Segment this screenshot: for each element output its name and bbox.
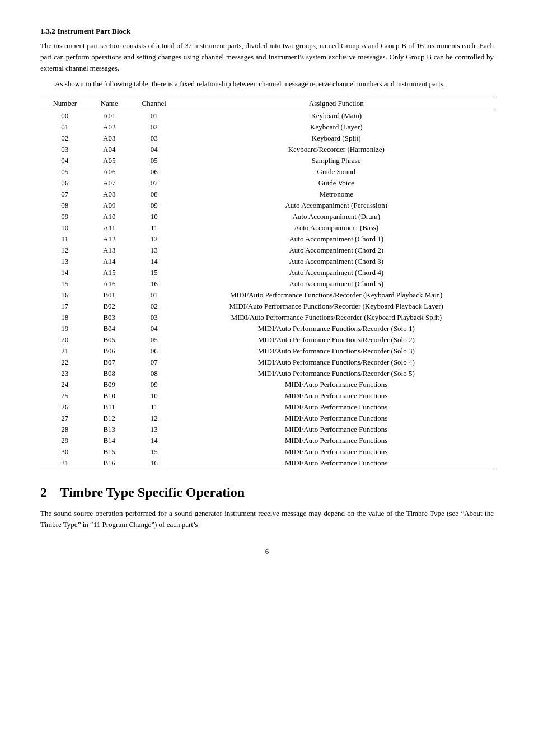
- table-row: 02A0303Keyboard (Split): [40, 133, 494, 144]
- cell-assigned: Keyboard/Recorder (Harmonize): [179, 144, 494, 155]
- col-number: Number: [40, 97, 90, 110]
- cell-number: 07: [40, 189, 90, 200]
- cell-number: 02: [40, 133, 90, 144]
- table-row: 11A1212Auto Accompaniment (Chord 1): [40, 234, 494, 245]
- section-2-number: 2: [40, 485, 47, 500]
- cell-number: 17: [40, 301, 90, 312]
- cell-assigned: Auto Accompaniment (Chord 2): [179, 245, 494, 256]
- section-132: 1.3.2 Instrument Part Block The instrume…: [40, 27, 494, 469]
- cell-name: B11: [90, 402, 129, 413]
- cell-name: A02: [90, 122, 129, 133]
- cell-channel: 02: [129, 301, 179, 312]
- cell-number: 08: [40, 200, 90, 211]
- cell-name: A09: [90, 200, 129, 211]
- cell-number: 10: [40, 222, 90, 234]
- cell-name: B02: [90, 301, 129, 312]
- cell-number: 05: [40, 166, 90, 178]
- section-2: 2 Timbre Type Specific Operation The sou…: [40, 485, 494, 530]
- cell-assigned: Keyboard (Split): [179, 133, 494, 144]
- cell-name: B01: [90, 290, 129, 301]
- table-row: 21B0606MIDI/Auto Performance Functions/R…: [40, 346, 494, 357]
- table-row: 22B0707MIDI/Auto Performance Functions/R…: [40, 357, 494, 368]
- cell-channel: 16: [129, 278, 179, 290]
- cell-channel: 10: [129, 211, 179, 222]
- cell-number: 06: [40, 178, 90, 189]
- cell-assigned: MIDI/Auto Performance Functions: [179, 379, 494, 390]
- cell-assigned: MIDI/Auto Performance Functions/Recorder…: [179, 334, 494, 346]
- cell-assigned: MIDI/Auto Performance Functions: [179, 424, 494, 435]
- cell-number: 03: [40, 144, 90, 155]
- cell-name: B13: [90, 424, 129, 435]
- section-132-number: 1.3.2 Instrument Part Block: [40, 27, 130, 35]
- cell-name: A05: [90, 155, 129, 166]
- cell-number: 19: [40, 323, 90, 334]
- col-channel: Channel: [129, 97, 179, 110]
- cell-number: 00: [40, 110, 90, 122]
- table-row: 00A0101Keyboard (Main): [40, 110, 494, 122]
- cell-name: B08: [90, 368, 129, 379]
- cell-number: 22: [40, 357, 90, 368]
- table-row: 05A0606Guide Sound: [40, 166, 494, 178]
- cell-number: 12: [40, 245, 90, 256]
- cell-name: B04: [90, 323, 129, 334]
- col-assigned: Assigned Function: [179, 97, 494, 110]
- section-132-heading: 1.3.2 Instrument Part Block: [40, 27, 494, 36]
- cell-number: 23: [40, 368, 90, 379]
- cell-channel: 14: [129, 256, 179, 267]
- cell-channel: 11: [129, 222, 179, 234]
- cell-channel: 08: [129, 189, 179, 200]
- cell-channel: 01: [129, 110, 179, 122]
- cell-number: 15: [40, 278, 90, 290]
- cell-channel: 16: [129, 458, 179, 469]
- col-name: Name: [90, 97, 129, 110]
- cell-assigned: MIDI/Auto Performance Functions: [179, 458, 494, 469]
- cell-name: B14: [90, 435, 129, 446]
- cell-assigned: Auto Accompaniment (Chord 3): [179, 256, 494, 267]
- cell-channel: 05: [129, 334, 179, 346]
- cell-assigned: MIDI/Auto Performance Functions: [179, 435, 494, 446]
- cell-name: A01: [90, 110, 129, 122]
- table-row: 12A1313Auto Accompaniment (Chord 2): [40, 245, 494, 256]
- cell-channel: 13: [129, 245, 179, 256]
- page-number: 6: [40, 547, 494, 556]
- table-row: 01A0202Keyboard (Layer): [40, 122, 494, 133]
- cell-name: B06: [90, 346, 129, 357]
- cell-assigned: Metronome: [179, 189, 494, 200]
- cell-channel: 06: [129, 346, 179, 357]
- cell-number: 16: [40, 290, 90, 301]
- cell-assigned: MIDI/Auto Performance Functions/Recorder…: [179, 323, 494, 334]
- cell-channel: 13: [129, 424, 179, 435]
- cell-channel: 03: [129, 133, 179, 144]
- table-row: 10A1111Auto Accompaniment (Bass): [40, 222, 494, 234]
- cell-assigned: Keyboard (Layer): [179, 122, 494, 133]
- cell-number: 25: [40, 390, 90, 402]
- cell-name: B09: [90, 379, 129, 390]
- section-2-para1: The sound source operation performed for…: [40, 508, 494, 530]
- table-row: 18B0303MIDI/Auto Performance Functions/R…: [40, 312, 494, 323]
- cell-number: 29: [40, 435, 90, 446]
- cell-number: 18: [40, 312, 90, 323]
- instrument-part-table: Number Name Channel Assigned Function 00…: [40, 97, 494, 469]
- cell-number: 30: [40, 446, 90, 458]
- cell-channel: 02: [129, 122, 179, 133]
- cell-number: 09: [40, 211, 90, 222]
- cell-channel: 15: [129, 446, 179, 458]
- cell-name: B05: [90, 334, 129, 346]
- table-row: 24B0909MIDI/Auto Performance Functions: [40, 379, 494, 390]
- cell-name: B16: [90, 458, 129, 469]
- table-row: 03A0404Keyboard/Recorder (Harmonize): [40, 144, 494, 155]
- table-row: 25B1010MIDI/Auto Performance Functions: [40, 390, 494, 402]
- cell-name: A11: [90, 222, 129, 234]
- cell-name: B07: [90, 357, 129, 368]
- cell-assigned: MIDI/Auto Performance Functions/Recorder…: [179, 346, 494, 357]
- cell-assigned: MIDI/Auto Performance Functions: [179, 390, 494, 402]
- cell-name: A16: [90, 278, 129, 290]
- cell-assigned: Guide Voice: [179, 178, 494, 189]
- cell-name: A03: [90, 133, 129, 144]
- table-row: 27B1212MIDI/Auto Performance Functions: [40, 413, 494, 424]
- cell-channel: 04: [129, 144, 179, 155]
- cell-number: 20: [40, 334, 90, 346]
- table-row: 30B1515MIDI/Auto Performance Functions: [40, 446, 494, 458]
- cell-number: 27: [40, 413, 90, 424]
- section-2-title: Timbre Type Specific Operation: [60, 485, 245, 500]
